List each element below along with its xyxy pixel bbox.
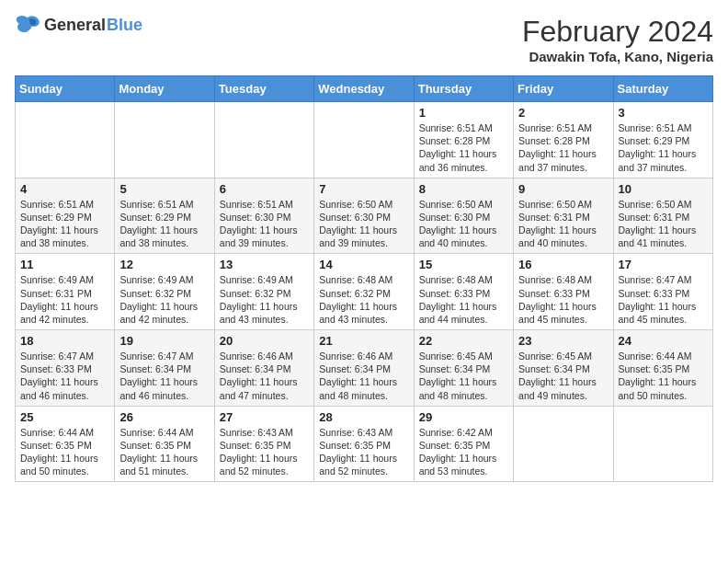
day-number: 1 (419, 106, 508, 120)
day-info: Sunrise: 6:44 AM Sunset: 6:35 PM Dayligh… (20, 426, 109, 478)
calendar-day-cell: 11Sunrise: 6:49 AM Sunset: 6:31 PM Dayli… (16, 254, 115, 330)
header: General Blue February 2024 Dawakin Tofa,… (15, 15, 713, 64)
day-info: Sunrise: 6:51 AM Sunset: 6:29 PM Dayligh… (119, 198, 209, 250)
day-info: Sunrise: 6:45 AM Sunset: 6:34 PM Dayligh… (518, 350, 608, 402)
day-info: Sunrise: 6:45 AM Sunset: 6:34 PM Dayligh… (419, 350, 508, 402)
day-info: Sunrise: 6:44 AM Sunset: 6:35 PM Dayligh… (619, 350, 708, 402)
calendar-day-cell (115, 102, 214, 178)
day-info: Sunrise: 6:51 AM Sunset: 6:29 PM Dayligh… (20, 198, 109, 250)
month-year-title: February 2024 (522, 15, 713, 49)
day-number: 23 (518, 334, 608, 348)
day-number: 11 (20, 258, 109, 271)
day-of-week-header: Saturday (613, 76, 712, 102)
calendar-day-cell: 10Sunrise: 6:50 AM Sunset: 6:31 PM Dayli… (613, 178, 712, 254)
day-number: 25 (20, 410, 109, 424)
day-number: 24 (619, 334, 708, 348)
day-number: 10 (619, 182, 708, 196)
day-number: 29 (419, 410, 508, 424)
calendar-header-row: SundayMondayTuesdayWednesdayThursdayFrid… (16, 76, 713, 102)
calendar-week-row: 25Sunrise: 6:44 AM Sunset: 6:35 PM Dayli… (16, 406, 713, 482)
day-info: Sunrise: 6:47 AM Sunset: 6:34 PM Dayligh… (119, 350, 209, 402)
location-subtitle: Dawakin Tofa, Kano, Nigeria (522, 49, 713, 64)
day-info: Sunrise: 6:50 AM Sunset: 6:30 PM Dayligh… (319, 198, 408, 250)
calendar-day-cell: 14Sunrise: 6:48 AM Sunset: 6:32 PM Dayli… (314, 254, 414, 330)
calendar-week-row: 1Sunrise: 6:51 AM Sunset: 6:28 PM Daylig… (16, 102, 713, 178)
calendar-day-cell: 9Sunrise: 6:50 AM Sunset: 6:31 PM Daylig… (514, 178, 613, 254)
logo-bird-icon (15, 15, 40, 35)
day-info: Sunrise: 6:49 AM Sunset: 6:32 PM Dayligh… (119, 273, 209, 326)
day-number: 4 (20, 182, 109, 196)
calendar-day-cell: 22Sunrise: 6:45 AM Sunset: 6:34 PM Dayli… (414, 330, 513, 407)
day-info: Sunrise: 6:49 AM Sunset: 6:31 PM Dayligh… (20, 273, 109, 326)
day-info: Sunrise: 6:46 AM Sunset: 6:34 PM Dayligh… (220, 350, 309, 402)
day-number: 15 (419, 258, 508, 271)
calendar-day-cell: 28Sunrise: 6:43 AM Sunset: 6:35 PM Dayli… (314, 406, 414, 482)
calendar-day-cell: 4Sunrise: 6:51 AM Sunset: 6:29 PM Daylig… (16, 178, 115, 254)
calendar-day-cell: 8Sunrise: 6:50 AM Sunset: 6:30 PM Daylig… (414, 178, 513, 254)
calendar-day-cell: 21Sunrise: 6:46 AM Sunset: 6:34 PM Dayli… (314, 330, 414, 407)
calendar-week-row: 4Sunrise: 6:51 AM Sunset: 6:29 PM Daylig… (16, 178, 713, 254)
calendar-day-cell (314, 102, 414, 178)
day-number: 17 (619, 258, 708, 271)
day-number: 9 (518, 182, 608, 196)
logo: General Blue (15, 15, 142, 35)
calendar-day-cell: 16Sunrise: 6:48 AM Sunset: 6:33 PM Dayli… (514, 254, 613, 330)
day-number: 19 (119, 334, 209, 348)
day-info: Sunrise: 6:48 AM Sunset: 6:33 PM Dayligh… (518, 273, 608, 326)
calendar-day-cell: 17Sunrise: 6:47 AM Sunset: 6:33 PM Dayli… (613, 254, 712, 330)
day-number: 5 (119, 182, 209, 196)
calendar-day-cell: 25Sunrise: 6:44 AM Sunset: 6:35 PM Dayli… (16, 406, 115, 482)
day-number: 8 (419, 182, 508, 196)
day-info: Sunrise: 6:48 AM Sunset: 6:33 PM Dayligh… (419, 273, 508, 326)
title-area: February 2024 Dawakin Tofa, Kano, Nigeri… (522, 15, 713, 64)
day-number: 3 (619, 106, 708, 120)
day-info: Sunrise: 6:47 AM Sunset: 6:33 PM Dayligh… (619, 273, 708, 326)
day-info: Sunrise: 6:51 AM Sunset: 6:28 PM Dayligh… (419, 121, 508, 174)
day-info: Sunrise: 6:51 AM Sunset: 6:30 PM Dayligh… (220, 198, 309, 250)
calendar-week-row: 18Sunrise: 6:47 AM Sunset: 6:33 PM Dayli… (16, 330, 713, 407)
day-of-week-header: Tuesday (214, 76, 313, 102)
calendar-day-cell: 29Sunrise: 6:42 AM Sunset: 6:35 PM Dayli… (414, 406, 513, 482)
day-number: 12 (119, 258, 209, 271)
day-of-week-header: Wednesday (314, 76, 414, 102)
day-number: 14 (319, 258, 408, 271)
day-info: Sunrise: 6:48 AM Sunset: 6:32 PM Dayligh… (319, 273, 408, 326)
day-number: 16 (518, 258, 608, 271)
day-number: 26 (119, 410, 209, 424)
calendar-day-cell (16, 102, 115, 178)
calendar-day-cell: 7Sunrise: 6:50 AM Sunset: 6:30 PM Daylig… (314, 178, 414, 254)
day-info: Sunrise: 6:50 AM Sunset: 6:30 PM Dayligh… (419, 198, 508, 250)
calendar-day-cell: 12Sunrise: 6:49 AM Sunset: 6:32 PM Dayli… (115, 254, 214, 330)
day-info: Sunrise: 6:43 AM Sunset: 6:35 PM Dayligh… (319, 426, 408, 478)
day-of-week-header: Monday (115, 76, 214, 102)
logo-blue-text: Blue (107, 16, 142, 35)
calendar-table: SundayMondayTuesdayWednesdayThursdayFrid… (15, 75, 713, 482)
calendar-day-cell: 15Sunrise: 6:48 AM Sunset: 6:33 PM Dayli… (414, 254, 513, 330)
calendar-day-cell: 3Sunrise: 6:51 AM Sunset: 6:29 PM Daylig… (613, 102, 712, 178)
day-number: 20 (220, 334, 309, 348)
calendar-day-cell: 20Sunrise: 6:46 AM Sunset: 6:34 PM Dayli… (214, 330, 313, 407)
day-info: Sunrise: 6:49 AM Sunset: 6:32 PM Dayligh… (220, 273, 309, 326)
calendar-day-cell: 27Sunrise: 6:43 AM Sunset: 6:35 PM Dayli… (214, 406, 313, 482)
day-info: Sunrise: 6:44 AM Sunset: 6:35 PM Dayligh… (119, 426, 209, 478)
calendar-day-cell (214, 102, 313, 178)
day-number: 13 (220, 258, 309, 271)
day-number: 2 (518, 106, 608, 120)
day-info: Sunrise: 6:42 AM Sunset: 6:35 PM Dayligh… (419, 426, 508, 478)
day-info: Sunrise: 6:51 AM Sunset: 6:28 PM Dayligh… (518, 121, 608, 174)
calendar-day-cell: 19Sunrise: 6:47 AM Sunset: 6:34 PM Dayli… (115, 330, 214, 407)
day-number: 22 (419, 334, 508, 348)
calendar-day-cell: 26Sunrise: 6:44 AM Sunset: 6:35 PM Dayli… (115, 406, 214, 482)
calendar-day-cell: 23Sunrise: 6:45 AM Sunset: 6:34 PM Dayli… (514, 330, 613, 407)
calendar-day-cell: 18Sunrise: 6:47 AM Sunset: 6:33 PM Dayli… (16, 330, 115, 407)
calendar-day-cell: 24Sunrise: 6:44 AM Sunset: 6:35 PM Dayli… (613, 330, 712, 407)
calendar-day-cell: 2Sunrise: 6:51 AM Sunset: 6:28 PM Daylig… (514, 102, 613, 178)
day-of-week-header: Friday (514, 76, 613, 102)
calendar-day-cell: 6Sunrise: 6:51 AM Sunset: 6:30 PM Daylig… (214, 178, 313, 254)
calendar-day-cell (514, 406, 613, 482)
calendar-day-cell: 13Sunrise: 6:49 AM Sunset: 6:32 PM Dayli… (214, 254, 313, 330)
day-of-week-header: Thursday (414, 76, 513, 102)
day-number: 28 (319, 410, 408, 424)
calendar-day-cell: 5Sunrise: 6:51 AM Sunset: 6:29 PM Daylig… (115, 178, 214, 254)
day-info: Sunrise: 6:50 AM Sunset: 6:31 PM Dayligh… (518, 198, 608, 250)
